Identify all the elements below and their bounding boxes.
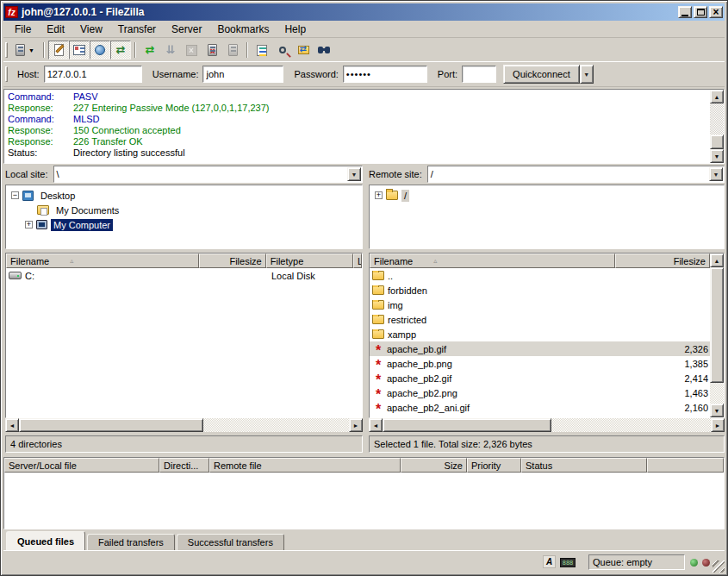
queue-header-direction[interactable]: Directi...: [159, 458, 209, 473]
tab-failed-transfers[interactable]: Failed transfers: [87, 534, 175, 550]
toggle-message-log-button[interactable]: [48, 41, 69, 59]
queue-list[interactable]: [4, 473, 724, 528]
queue-header-status[interactable]: Status: [521, 458, 647, 473]
column-header-filetype[interactable]: Filetype: [266, 254, 353, 268]
scroll-down-button[interactable]: ▼: [710, 404, 724, 417]
filter-icon: [257, 45, 267, 56]
tab-queued-files[interactable]: Queued files: [6, 531, 85, 550]
remote-tree[interactable]: + /: [369, 185, 725, 249]
remote-file-row[interactable]: *apache_pb2_ani.gif 2,160: [370, 400, 724, 415]
close-button[interactable]: ×: [709, 6, 723, 18]
port-input[interactable]: [462, 66, 496, 83]
remote-site-combobox[interactable]: / ▼: [427, 166, 725, 183]
log-scrollbar[interactable]: ▲ ▼: [710, 90, 724, 163]
remote-horizontal-scrollbar[interactable]: ◄ ►: [369, 418, 725, 432]
scroll-thumb[interactable]: [710, 267, 724, 383]
remote-file-row[interactable]: ..: [370, 268, 724, 283]
remote-file-row[interactable]: forbidden: [370, 283, 724, 297]
refresh-button[interactable]: ⇄: [140, 41, 160, 59]
message-log[interactable]: Command:PASV Response:227 Entering Passi…: [3, 89, 725, 164]
local-site-dropdown-button[interactable]: ▼: [347, 167, 361, 181]
scroll-up-button[interactable]: ▲: [710, 254, 724, 267]
menu-help[interactable]: Help: [277, 22, 314, 37]
collapse-icon[interactable]: −: [11, 191, 19, 199]
process-queue-icon: ⇊: [166, 46, 176, 54]
menu-server[interactable]: Server: [164, 22, 209, 37]
remote-file-row[interactable]: *apache_pb2.png 1,463: [370, 385, 724, 400]
remote-file-row[interactable]: *apache_pb2.gif 2,414: [370, 371, 724, 385]
tree-item-my-documents[interactable]: My Documents: [6, 203, 362, 217]
directory-comparison-button[interactable]: [272, 41, 293, 59]
disconnect-button[interactable]: ×: [202, 41, 222, 59]
scroll-right-button[interactable]: ►: [711, 418, 725, 432]
find-files-button[interactable]: [314, 41, 334, 59]
directory-filters-button[interactable]: [252, 41, 272, 59]
cancel-operation-button[interactable]: ×: [181, 41, 202, 59]
remote-file-list[interactable]: Filename ▵ Filesize .. forbidden img: [369, 253, 725, 418]
queue-header-size[interactable]: Size: [401, 458, 467, 473]
resize-grip[interactable]: [712, 560, 725, 573]
menu-view[interactable]: View: [72, 22, 110, 37]
queue-header-priority[interactable]: Priority: [467, 458, 521, 473]
process-queue-button[interactable]: ⇊: [160, 41, 181, 59]
remote-file-row-selected[interactable]: *apache_pb.gif 2,326: [370, 341, 724, 356]
toolbar-grip[interactable]: [5, 42, 8, 58]
column-header-filename[interactable]: Filename ▵: [6, 254, 199, 268]
filezilla-window: fz john@127.0.0.1 - FileZilla × File Edi…: [0, 0, 728, 576]
column-header-filename[interactable]: Filename ▵: [370, 254, 615, 268]
menu-edit[interactable]: Edit: [39, 22, 72, 37]
minimize-button[interactable]: [678, 6, 692, 18]
find-icon: [318, 47, 330, 54]
scroll-thumb[interactable]: [19, 418, 203, 432]
toggle-transfer-queue-button[interactable]: ⇄: [110, 41, 131, 59]
remote-file-row[interactable]: restricted: [370, 312, 724, 327]
local-tree[interactable]: − Desktop My Documents + My Computer: [5, 185, 363, 249]
scroll-thumb[interactable]: [383, 418, 551, 432]
log-entry: Response:227 Entering Passive Mode (127,…: [8, 103, 706, 114]
menu-bookmarks[interactable]: Bookmarks: [209, 22, 277, 37]
expand-icon[interactable]: +: [375, 191, 383, 199]
toggle-remote-tree-button[interactable]: [90, 41, 110, 59]
menu-transfer[interactable]: Transfer: [110, 22, 164, 37]
queue-header-server-local-file[interactable]: Server/Local file: [4, 458, 159, 473]
tab-successful-transfers[interactable]: Successful transfers: [177, 534, 284, 550]
synchronized-browsing-button[interactable]: [293, 41, 314, 59]
toggle-local-tree-button[interactable]: [69, 41, 90, 59]
tree-item-root[interactable]: + /: [370, 188, 724, 203]
scroll-thumb[interactable]: [710, 135, 724, 149]
column-header-filesize[interactable]: Filesize: [199, 254, 265, 268]
password-input[interactable]: [343, 66, 427, 83]
remote-file-row[interactable]: *apache_pb.png 1,385: [370, 356, 724, 371]
remote-file-row[interactable]: xampp: [370, 327, 724, 341]
remote-site-dropdown-button[interactable]: ▼: [709, 167, 723, 181]
column-header-modified[interactable]: L: [353, 254, 362, 268]
column-header-filesize[interactable]: Filesize: [615, 254, 710, 268]
local-site-combobox[interactable]: \ ▼: [53, 166, 363, 183]
scroll-down-button[interactable]: ▼: [710, 149, 724, 163]
host-input[interactable]: [44, 66, 142, 83]
desktop-icon: [22, 191, 34, 201]
scroll-up-button[interactable]: ▲: [710, 90, 724, 103]
expand-icon[interactable]: +: [25, 221, 33, 229]
tree-item-desktop[interactable]: − Desktop: [6, 188, 362, 203]
quickconnect-button[interactable]: Quickconnect: [503, 65, 580, 84]
speed-limits-icon[interactable]: 888: [560, 558, 576, 567]
menu-file[interactable]: File: [7, 22, 39, 37]
quickbar-grip[interactable]: [5, 66, 8, 82]
scroll-left-button[interactable]: ◄: [369, 418, 383, 432]
scroll-right-button[interactable]: ►: [349, 418, 363, 432]
reconnect-button[interactable]: [222, 41, 243, 59]
tree-item-my-computer[interactable]: + My Computer: [6, 217, 362, 232]
local-horizontal-scrollbar[interactable]: ◄ ►: [5, 418, 363, 432]
remote-file-row[interactable]: img: [370, 297, 724, 312]
queue-header-remote-file[interactable]: Remote file: [209, 458, 401, 473]
maximize-button[interactable]: [694, 6, 707, 18]
username-input[interactable]: [202, 66, 283, 83]
quickconnect-dropdown-button[interactable]: ▼: [580, 65, 594, 84]
scroll-left-button[interactable]: ◄: [5, 418, 19, 432]
local-file-row[interactable]: C: Local Disk: [6, 268, 362, 283]
remote-vertical-scrollbar[interactable]: ▲ ▼: [710, 254, 724, 417]
local-file-list[interactable]: Filename ▵ Filesize Filetype L C: Local …: [5, 253, 363, 418]
site-manager-button[interactable]: ▼: [10, 41, 40, 59]
transfer-queue[interactable]: Server/Local file Directi... Remote file…: [3, 457, 725, 529]
